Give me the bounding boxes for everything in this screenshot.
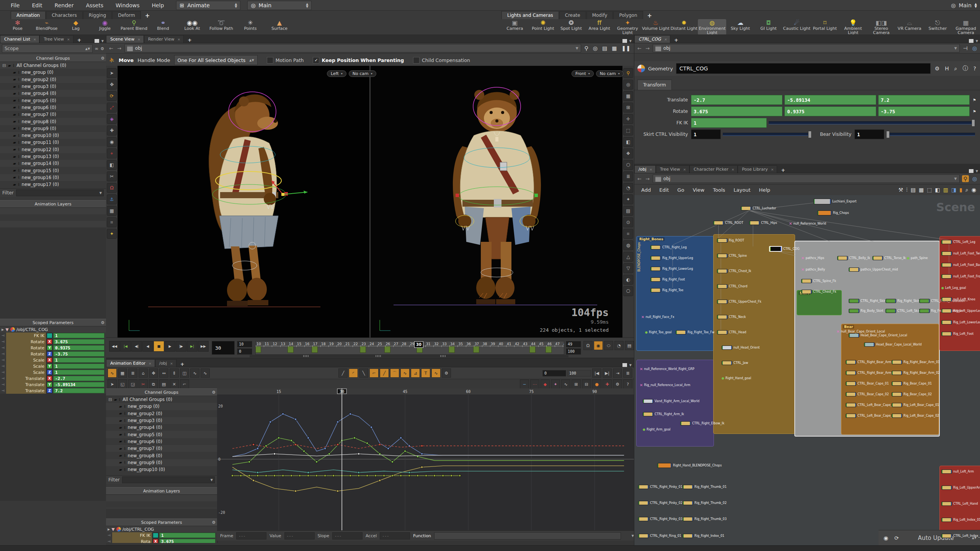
viewport-tool-icon[interactable]: ⌖ bbox=[107, 148, 117, 158]
shelf-tool[interactable]: ❂ Spot Light bbox=[557, 19, 585, 31]
shelf-tool[interactable]: ⌓ VR Camera bbox=[895, 19, 924, 31]
node-body[interactable] bbox=[892, 371, 902, 375]
pin-icon[interactable]: ⊣ bbox=[0, 358, 6, 362]
curve-keyframe[interactable] bbox=[316, 461, 318, 463]
shelf-tool[interactable]: ➰ Follow Path bbox=[207, 19, 236, 31]
checkbox-icon[interactable]: ✓ bbox=[313, 57, 319, 64]
gear-icon[interactable]: ⚙ bbox=[212, 390, 216, 395]
channel-group-item[interactable]: ▰⌇new_group14 (0) bbox=[0, 160, 106, 167]
anim-tool-icon[interactable]: ⌂ bbox=[139, 368, 148, 378]
network-node[interactable]: CTRL_Chord bbox=[717, 284, 747, 289]
viewport-tool-icon[interactable]: ⤢ bbox=[107, 103, 117, 112]
curve-keyframe[interactable] bbox=[295, 443, 297, 445]
slider-handle[interactable] bbox=[972, 119, 975, 127]
checkbox-icon[interactable] bbox=[413, 57, 420, 64]
anim-tool-icon[interactable]: ∿ bbox=[190, 368, 199, 378]
network-node[interactable]: CTRL_Spine_Fk bbox=[801, 279, 836, 283]
channel-group-item[interactable]: ▰⌇new_group3 (0) bbox=[0, 83, 106, 90]
viewport-tool-icon[interactable]: ✂ bbox=[107, 171, 117, 181]
channel-group-item[interactable]: ▰⌇new_group15 (0) bbox=[0, 167, 106, 174]
network-toolbar-icon[interactable]: ⫶ bbox=[905, 187, 909, 193]
network-node[interactable]: Rig_Right_Foot bbox=[650, 277, 685, 282]
pin-icon[interactable]: ⊣ bbox=[0, 352, 6, 356]
shelf-tab[interactable]: Polygon bbox=[613, 11, 643, 19]
menu-item[interactable]: File bbox=[5, 2, 25, 8]
playback-button[interactable]: ■ bbox=[154, 341, 164, 352]
parameter-value[interactable]: 3.675 bbox=[53, 339, 105, 344]
network-node[interactable]: CTRL_Luchador bbox=[741, 206, 776, 210]
display-option-icon[interactable]: △ bbox=[623, 252, 633, 262]
curve-keyframe[interactable] bbox=[265, 475, 267, 477]
channel-group-item[interactable]: ▰⌇new_group4 (0) bbox=[106, 424, 217, 431]
shelf-tool[interactable]: ◘ GI Light bbox=[755, 19, 783, 31]
network-node[interactable]: pathcv_Belly bbox=[801, 267, 825, 272]
pin-icon[interactable]: ⊣ bbox=[106, 533, 112, 537]
network-node[interactable]: Rig_Right_Bear_Arm_02 bbox=[892, 370, 940, 375]
forward-icon[interactable]: → bbox=[645, 46, 650, 51]
shelf-tool[interactable]: ⎋ Switcher bbox=[924, 19, 952, 31]
panel-tab[interactable]: Render View× bbox=[144, 35, 184, 43]
playback-button[interactable]: ▶▶ bbox=[198, 341, 209, 352]
pin-icon[interactable]: ⊣ bbox=[0, 340, 6, 344]
translate-z-field[interactable]: 7.2 bbox=[878, 95, 970, 105]
anim-nav-icon[interactable]: ⇥ bbox=[613, 368, 622, 378]
network-node[interactable]: Rig_Bear_Cape_01 bbox=[892, 381, 932, 386]
node-body[interactable] bbox=[817, 210, 832, 215]
curve-keyframe[interactable] bbox=[333, 475, 335, 477]
network-node[interactable]: path_Spine bbox=[907, 256, 928, 260]
network-toolbar-icon[interactable]: ▦ bbox=[918, 187, 925, 193]
network-node[interactable]: Rig_Right_UpperLeg bbox=[650, 256, 693, 260]
close-tab-icon[interactable]: × bbox=[732, 168, 735, 171]
node-body[interactable] bbox=[683, 517, 693, 521]
node-body[interactable] bbox=[638, 534, 649, 538]
rotate-y-field[interactable]: 0.9375 bbox=[784, 106, 876, 116]
forward-icon[interactable]: → bbox=[116, 46, 122, 51]
back-icon[interactable]: ← bbox=[637, 176, 642, 182]
network-node[interactable]: Rig_Left_UpperArm bbox=[941, 485, 980, 490]
channel-group-item[interactable]: ▰⌇new_group7 (0) bbox=[0, 111, 106, 118]
curve-keyframe[interactable] bbox=[383, 475, 385, 477]
playback-button[interactable]: ◀| bbox=[131, 341, 142, 352]
node-body[interactable] bbox=[801, 279, 812, 283]
curve-keyframe[interactable] bbox=[274, 453, 276, 455]
node-body[interactable] bbox=[638, 517, 649, 521]
network-toolbar-icon[interactable]: ⬚ bbox=[926, 187, 933, 193]
shelf-tool[interactable]: ♨ Volume Light bbox=[642, 19, 670, 31]
node-body[interactable] bbox=[941, 309, 952, 313]
display-option-icon[interactable]: ⬚ bbox=[623, 126, 633, 135]
display-option-icon[interactable]: ✛ bbox=[623, 114, 633, 124]
channel-group-item[interactable]: ▰⌇new_group9 (0) bbox=[0, 125, 106, 132]
anim-nav-icon[interactable]: ≣ bbox=[623, 368, 632, 378]
shelf-tool[interactable]: ☁ Sky Light bbox=[726, 19, 755, 31]
curve-keyframe[interactable] bbox=[324, 448, 326, 450]
pin-icon[interactable]: ⊣ bbox=[0, 383, 6, 386]
node-body[interactable] bbox=[717, 238, 728, 243]
range-end-field[interactable]: 49 bbox=[566, 341, 581, 347]
accel-field[interactable]: --- bbox=[380, 532, 410, 540]
channel-group-item[interactable]: ▰⌇new_group2 (0) bbox=[106, 410, 217, 417]
range-start-field[interactable]: 10 bbox=[237, 341, 252, 347]
network-node[interactable]: Rig_Left_Bear_Cape_01 bbox=[892, 403, 939, 407]
graph-display-icon[interactable]: ⊞ bbox=[572, 380, 581, 389]
graph-display-icon[interactable]: ✚ bbox=[603, 380, 612, 389]
network-toolbar-icon[interactable]: ▥ bbox=[942, 187, 949, 193]
network-node[interactable]: pathcv_UpperChest_mid bbox=[849, 267, 898, 272]
parameter-value[interactable]: 1 bbox=[159, 533, 216, 538]
node-body[interactable] bbox=[941, 297, 952, 302]
viewport-tool-icon[interactable]: ◉ bbox=[107, 137, 117, 147]
graph-display-icon[interactable]: ? bbox=[623, 380, 632, 389]
shelf-tool[interactable]: ▣ Camera bbox=[501, 19, 529, 31]
node-body[interactable] bbox=[846, 381, 856, 386]
network-node[interactable]: Rig_ROOT bbox=[717, 238, 744, 243]
channel-group-item[interactable]: ▰⌇new_group17 (0) bbox=[0, 181, 106, 188]
curve-keyframe[interactable] bbox=[417, 475, 419, 477]
network-node[interactable]: Rig_Left_LowerLeg bbox=[941, 320, 980, 324]
slider-handle[interactable] bbox=[886, 131, 890, 138]
network-node[interactable]: CTRL_Right_Ring_01 bbox=[638, 533, 681, 538]
key-edit-icon[interactable]: ✕ bbox=[170, 380, 179, 389]
playback-button[interactable]: ▶| bbox=[187, 341, 198, 352]
close-tab-icon[interactable]: × bbox=[664, 37, 667, 41]
display-option-icon[interactable]: ◎ bbox=[623, 80, 633, 90]
key-edit-icon[interactable]: ▤ bbox=[159, 380, 168, 389]
viewport-tool-icon[interactable]: ◧ bbox=[107, 160, 117, 170]
